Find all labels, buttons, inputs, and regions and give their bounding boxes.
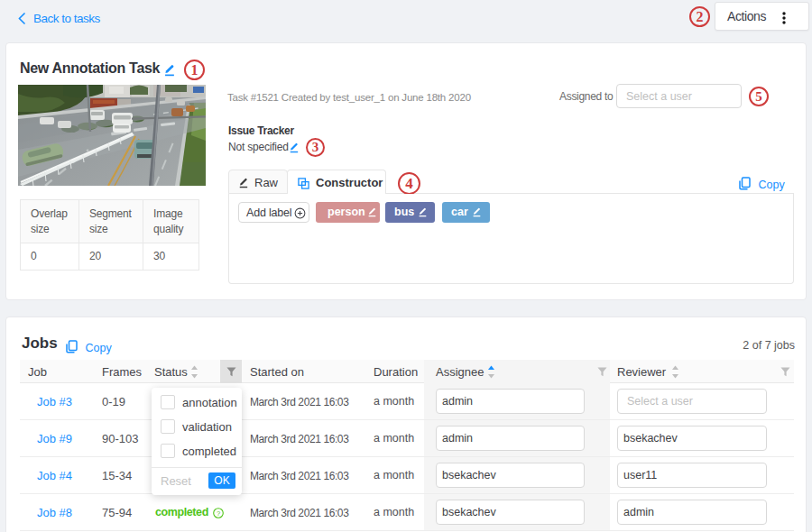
svg-text:?: ? <box>217 509 220 518</box>
